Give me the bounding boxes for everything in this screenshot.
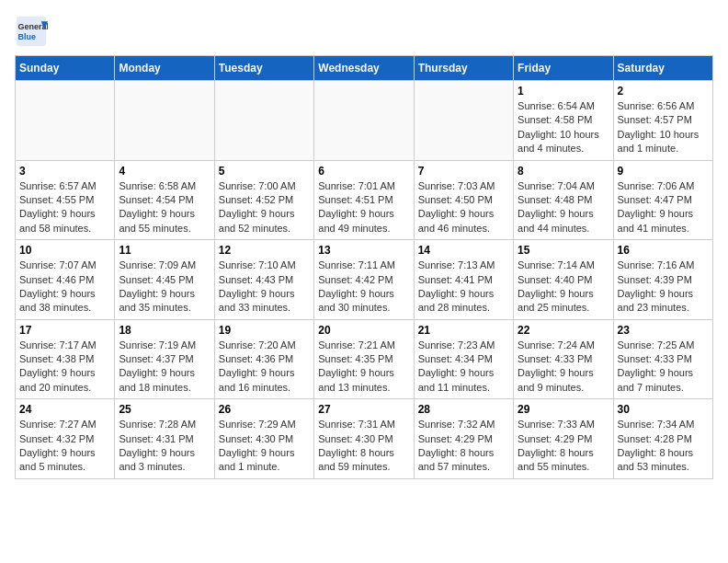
logo: General Blue xyxy=(15,15,51,48)
calendar-cell: 8Sunrise: 7:04 AM Sunset: 4:48 PM Daylig… xyxy=(514,160,613,240)
day-info: Sunrise: 7:27 AM Sunset: 4:32 PM Dayligh… xyxy=(19,418,110,475)
weekday-header-monday: Monday xyxy=(115,56,214,81)
day-info: Sunrise: 6:54 AM Sunset: 4:58 PM Dayligh… xyxy=(518,99,609,156)
day-number: 18 xyxy=(119,324,210,337)
day-info: Sunrise: 6:58 AM Sunset: 4:54 PM Dayligh… xyxy=(119,179,210,236)
calendar-week-row: 17Sunrise: 7:17 AM Sunset: 4:38 PM Dayli… xyxy=(16,319,713,399)
calendar-cell: 2Sunrise: 6:56 AM Sunset: 4:57 PM Daylig… xyxy=(613,81,712,161)
svg-text:Blue: Blue xyxy=(18,32,37,41)
day-info: Sunrise: 7:25 AM Sunset: 4:33 PM Dayligh… xyxy=(618,339,709,396)
calendar-table: SundayMondayTuesdayWednesdayThursdayFrid… xyxy=(15,55,713,479)
day-number: 7 xyxy=(418,165,509,178)
logo-icon: General Blue xyxy=(15,15,48,48)
day-number: 9 xyxy=(618,165,709,178)
calendar-cell: 26Sunrise: 7:29 AM Sunset: 4:30 PM Dayli… xyxy=(214,399,313,479)
calendar-cell: 22Sunrise: 7:24 AM Sunset: 4:33 PM Dayli… xyxy=(514,319,613,399)
day-number: 15 xyxy=(518,244,609,257)
day-info: Sunrise: 7:16 AM Sunset: 4:39 PM Dayligh… xyxy=(618,259,709,316)
day-info: Sunrise: 7:33 AM Sunset: 4:29 PM Dayligh… xyxy=(518,418,609,475)
day-info: Sunrise: 7:24 AM Sunset: 4:33 PM Dayligh… xyxy=(518,339,609,396)
calendar-week-row: 3Sunrise: 6:57 AM Sunset: 4:55 PM Daylig… xyxy=(16,160,713,240)
weekday-header-wednesday: Wednesday xyxy=(314,56,414,81)
calendar-cell: 29Sunrise: 7:33 AM Sunset: 4:29 PM Dayli… xyxy=(514,399,613,479)
day-info: Sunrise: 7:34 AM Sunset: 4:28 PM Dayligh… xyxy=(618,418,709,475)
weekday-header-thursday: Thursday xyxy=(414,56,513,81)
day-info: Sunrise: 7:19 AM Sunset: 4:37 PM Dayligh… xyxy=(119,339,210,396)
calendar-cell xyxy=(314,81,414,161)
calendar-cell: 15Sunrise: 7:14 AM Sunset: 4:40 PM Dayli… xyxy=(514,240,613,320)
day-info: Sunrise: 6:56 AM Sunset: 4:57 PM Dayligh… xyxy=(618,99,709,156)
day-number: 10 xyxy=(19,244,110,257)
calendar-cell: 17Sunrise: 7:17 AM Sunset: 4:38 PM Dayli… xyxy=(16,319,115,399)
day-number: 30 xyxy=(618,403,709,416)
day-number: 1 xyxy=(518,85,609,98)
day-number: 19 xyxy=(219,324,310,337)
calendar-cell: 13Sunrise: 7:11 AM Sunset: 4:42 PM Dayli… xyxy=(314,240,414,320)
day-number: 16 xyxy=(618,244,709,257)
calendar-cell: 16Sunrise: 7:16 AM Sunset: 4:39 PM Dayli… xyxy=(613,240,712,320)
day-number: 22 xyxy=(518,324,609,337)
calendar-cell xyxy=(414,81,513,161)
calendar-cell xyxy=(16,81,115,161)
calendar-cell: 6Sunrise: 7:01 AM Sunset: 4:51 PM Daylig… xyxy=(314,160,414,240)
day-info: Sunrise: 7:00 AM Sunset: 4:52 PM Dayligh… xyxy=(219,179,310,236)
day-number: 28 xyxy=(418,403,509,416)
calendar-cell xyxy=(214,81,313,161)
day-info: Sunrise: 7:14 AM Sunset: 4:40 PM Dayligh… xyxy=(518,259,609,316)
day-info: Sunrise: 7:13 AM Sunset: 4:41 PM Dayligh… xyxy=(418,259,509,316)
day-info: Sunrise: 7:31 AM Sunset: 4:30 PM Dayligh… xyxy=(318,418,409,475)
day-info: Sunrise: 7:29 AM Sunset: 4:30 PM Dayligh… xyxy=(219,418,310,475)
day-number: 25 xyxy=(119,403,210,416)
weekday-header-friday: Friday xyxy=(514,56,613,81)
day-number: 3 xyxy=(19,165,110,178)
calendar-week-row: 10Sunrise: 7:07 AM Sunset: 4:46 PM Dayli… xyxy=(16,240,713,320)
day-info: Sunrise: 7:11 AM Sunset: 4:42 PM Dayligh… xyxy=(318,259,409,316)
day-number: 14 xyxy=(418,244,509,257)
day-info: Sunrise: 7:28 AM Sunset: 4:31 PM Dayligh… xyxy=(119,418,210,475)
day-number: 29 xyxy=(518,403,609,416)
day-number: 2 xyxy=(618,85,709,98)
calendar-cell: 4Sunrise: 6:58 AM Sunset: 4:54 PM Daylig… xyxy=(115,160,214,240)
calendar-cell: 10Sunrise: 7:07 AM Sunset: 4:46 PM Dayli… xyxy=(16,240,115,320)
day-number: 20 xyxy=(318,324,409,337)
calendar-cell: 1Sunrise: 6:54 AM Sunset: 4:58 PM Daylig… xyxy=(514,81,613,161)
day-number: 24 xyxy=(19,403,110,416)
calendar-week-row: 24Sunrise: 7:27 AM Sunset: 4:32 PM Dayli… xyxy=(16,399,713,479)
calendar-cell: 9Sunrise: 7:06 AM Sunset: 4:47 PM Daylig… xyxy=(613,160,712,240)
day-number: 21 xyxy=(418,324,509,337)
day-number: 13 xyxy=(318,244,409,257)
day-info: Sunrise: 7:23 AM Sunset: 4:34 PM Dayligh… xyxy=(418,339,509,396)
calendar-cell: 14Sunrise: 7:13 AM Sunset: 4:41 PM Dayli… xyxy=(414,240,513,320)
day-number: 23 xyxy=(618,324,709,337)
calendar-cell: 19Sunrise: 7:20 AM Sunset: 4:36 PM Dayli… xyxy=(214,319,313,399)
calendar-cell: 5Sunrise: 7:00 AM Sunset: 4:52 PM Daylig… xyxy=(214,160,313,240)
calendar-cell xyxy=(115,81,214,161)
calendar-cell: 27Sunrise: 7:31 AM Sunset: 4:30 PM Dayli… xyxy=(314,399,414,479)
calendar-cell: 7Sunrise: 7:03 AM Sunset: 4:50 PM Daylig… xyxy=(414,160,513,240)
calendar-cell: 30Sunrise: 7:34 AM Sunset: 4:28 PM Dayli… xyxy=(613,399,712,479)
calendar-cell: 3Sunrise: 6:57 AM Sunset: 4:55 PM Daylig… xyxy=(16,160,115,240)
day-number: 8 xyxy=(518,165,609,178)
weekday-header-tuesday: Tuesday xyxy=(214,56,313,81)
day-number: 26 xyxy=(219,403,310,416)
calendar-cell: 28Sunrise: 7:32 AM Sunset: 4:29 PM Dayli… xyxy=(414,399,513,479)
calendar-cell: 20Sunrise: 7:21 AM Sunset: 4:35 PM Dayli… xyxy=(314,319,414,399)
calendar-week-row: 1Sunrise: 6:54 AM Sunset: 4:58 PM Daylig… xyxy=(16,81,713,161)
weekday-header-sunday: Sunday xyxy=(16,56,115,81)
calendar-cell: 21Sunrise: 7:23 AM Sunset: 4:34 PM Dayli… xyxy=(414,319,513,399)
day-info: Sunrise: 7:10 AM Sunset: 4:43 PM Dayligh… xyxy=(219,259,310,316)
day-info: Sunrise: 7:20 AM Sunset: 4:36 PM Dayligh… xyxy=(219,339,310,396)
calendar-cell: 23Sunrise: 7:25 AM Sunset: 4:33 PM Dayli… xyxy=(613,319,712,399)
day-number: 4 xyxy=(119,165,210,178)
day-number: 11 xyxy=(119,244,210,257)
day-info: Sunrise: 7:17 AM Sunset: 4:38 PM Dayligh… xyxy=(19,339,110,396)
day-info: Sunrise: 7:07 AM Sunset: 4:46 PM Dayligh… xyxy=(19,259,110,316)
day-number: 17 xyxy=(19,324,110,337)
day-info: Sunrise: 7:01 AM Sunset: 4:51 PM Dayligh… xyxy=(318,179,409,236)
day-info: Sunrise: 7:32 AM Sunset: 4:29 PM Dayligh… xyxy=(418,418,509,475)
calendar-cell: 12Sunrise: 7:10 AM Sunset: 4:43 PM Dayli… xyxy=(214,240,313,320)
weekday-header-row: SundayMondayTuesdayWednesdayThursdayFrid… xyxy=(16,56,713,81)
day-info: Sunrise: 7:09 AM Sunset: 4:45 PM Dayligh… xyxy=(119,259,210,316)
day-info: Sunrise: 7:03 AM Sunset: 4:50 PM Dayligh… xyxy=(418,179,509,236)
calendar-cell: 24Sunrise: 7:27 AM Sunset: 4:32 PM Dayli… xyxy=(16,399,115,479)
